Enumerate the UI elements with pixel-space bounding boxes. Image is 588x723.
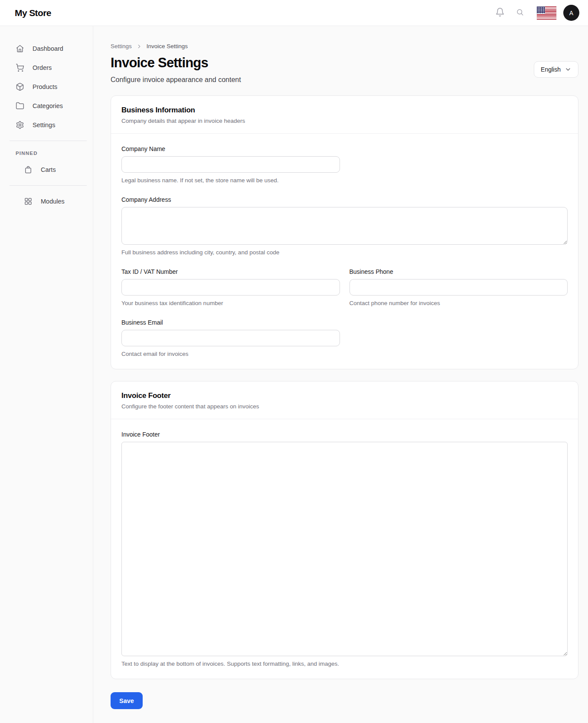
- company-address-helper: Full business address including city, co…: [121, 249, 568, 256]
- cart-icon: [16, 63, 24, 72]
- header-actions: A: [495, 5, 579, 21]
- main-content: Settings Invoice Settings Invoice Settin…: [93, 26, 588, 723]
- breadcrumb-invoice-settings: Invoice Settings: [147, 43, 188, 49]
- invoice-footer-field-group: Invoice Footer Text to display at the bo…: [121, 431, 568, 667]
- company-name-helper: Legal business name. If not set, the sto…: [121, 177, 340, 184]
- chevron-down-icon: [565, 66, 572, 73]
- home-icon: [16, 44, 24, 53]
- spacer: [350, 145, 568, 184]
- user-avatar[interactable]: A: [563, 5, 579, 21]
- sidebar-item-label: Carts: [41, 166, 56, 173]
- invoice-footer-label: Invoice Footer: [121, 431, 568, 438]
- sidebar-item-label: Modules: [41, 198, 65, 205]
- language-selector[interactable]: English: [534, 61, 578, 78]
- card-header: Business Information Company details tha…: [111, 96, 578, 134]
- language-flag-us[interactable]: [537, 7, 556, 20]
- company-name-label: Company Name: [121, 145, 340, 152]
- company-address-label: Company Address: [121, 196, 568, 203]
- card-body: Invoice Footer Text to display at the bo…: [111, 419, 578, 679]
- invoice-footer-helper: Text to display at the bottom of invoice…: [121, 661, 568, 667]
- breadcrumb: Settings Invoice Settings: [111, 43, 578, 49]
- card-title: Business Information: [121, 106, 568, 115]
- save-button[interactable]: Save: [111, 692, 143, 709]
- card-title: Invoice Footer: [121, 391, 568, 400]
- sidebar-item-label: Settings: [33, 122, 55, 128]
- page-title: Invoice Settings: [111, 55, 578, 71]
- sidebar-item-label: Dashboard: [33, 45, 63, 52]
- sidebar-item-carts[interactable]: Carts: [0, 160, 93, 179]
- bell-icon: [495, 7, 505, 18]
- business-phone-label: Business Phone: [350, 268, 568, 275]
- sidebar-item-label: Orders: [33, 64, 52, 71]
- sidebar-item-modules[interactable]: Modules: [0, 192, 93, 211]
- grid-icon: [24, 197, 33, 206]
- search-button[interactable]: [516, 8, 524, 17]
- tax-id-label: Tax ID / VAT Number: [121, 268, 340, 275]
- chevron-right-icon: [136, 43, 142, 49]
- sidebar-item-products[interactable]: Products: [0, 77, 93, 96]
- sidebar-divider: [10, 141, 87, 141]
- business-information-card: Business Information Company details tha…: [111, 95, 578, 369]
- business-phone-helper: Contact phone number for invoices: [350, 300, 568, 306]
- page-subtitle: Configure invoice appearance and content: [111, 76, 578, 84]
- search-icon: [516, 8, 524, 17]
- company-address-textarea[interactable]: [121, 207, 568, 245]
- company-name-input[interactable]: [121, 156, 340, 173]
- sidebar-divider: [10, 185, 87, 186]
- spacer: [350, 319, 568, 357]
- card-subtitle: Configure the footer content that appear…: [121, 403, 568, 410]
- company-address-field-group: Company Address Full business address in…: [121, 196, 568, 256]
- business-email-field-group: Business Email Contact email for invoice…: [121, 319, 340, 357]
- sidebar-item-settings[interactable]: Settings: [0, 115, 93, 135]
- pinned-section-label: PINNED: [0, 147, 93, 160]
- sidebar: Dashboard Orders Products Categories Set…: [0, 26, 93, 723]
- business-phone-input[interactable]: [350, 279, 568, 296]
- business-email-input[interactable]: [121, 330, 340, 346]
- tax-id-input[interactable]: [121, 279, 340, 296]
- breadcrumb-settings[interactable]: Settings: [111, 43, 132, 49]
- card-header: Invoice Footer Configure the footer cont…: [111, 381, 578, 419]
- business-email-helper: Contact email for invoices: [121, 351, 340, 357]
- business-phone-field-group: Business Phone Contact phone number for …: [350, 268, 568, 306]
- gear-icon: [16, 121, 24, 129]
- sidebar-item-label: Categories: [33, 102, 63, 109]
- language-selector-value: English: [541, 66, 561, 73]
- store-brand: My Store: [15, 8, 51, 18]
- sidebar-item-label: Products: [33, 83, 57, 90]
- invoice-footer-card: Invoice Footer Configure the footer cont…: [111, 381, 578, 679]
- tax-id-helper: Your business tax identification number: [121, 300, 340, 306]
- company-name-field-group: Company Name Legal business name. If not…: [121, 145, 340, 184]
- invoice-footer-textarea[interactable]: [121, 442, 568, 656]
- tax-id-field-group: Tax ID / VAT Number Your business tax id…: [121, 268, 340, 306]
- page-head: Settings Invoice Settings Invoice Settin…: [111, 26, 578, 84]
- sidebar-item-dashboard[interactable]: Dashboard: [0, 39, 93, 58]
- card-body: Company Name Legal business name. If not…: [111, 134, 578, 369]
- business-email-label: Business Email: [121, 319, 340, 326]
- card-subtitle: Company details that appear in invoice h…: [121, 118, 568, 124]
- package-icon: [16, 82, 24, 91]
- top-header: My Store A: [0, 0, 588, 26]
- folder-icon: [16, 102, 24, 110]
- flag-canton: [537, 7, 545, 13]
- shopping-bag-icon: [24, 165, 33, 174]
- sidebar-item-orders[interactable]: Orders: [0, 58, 93, 77]
- sidebar-item-categories[interactable]: Categories: [0, 96, 93, 115]
- notifications-button[interactable]: [495, 7, 505, 18]
